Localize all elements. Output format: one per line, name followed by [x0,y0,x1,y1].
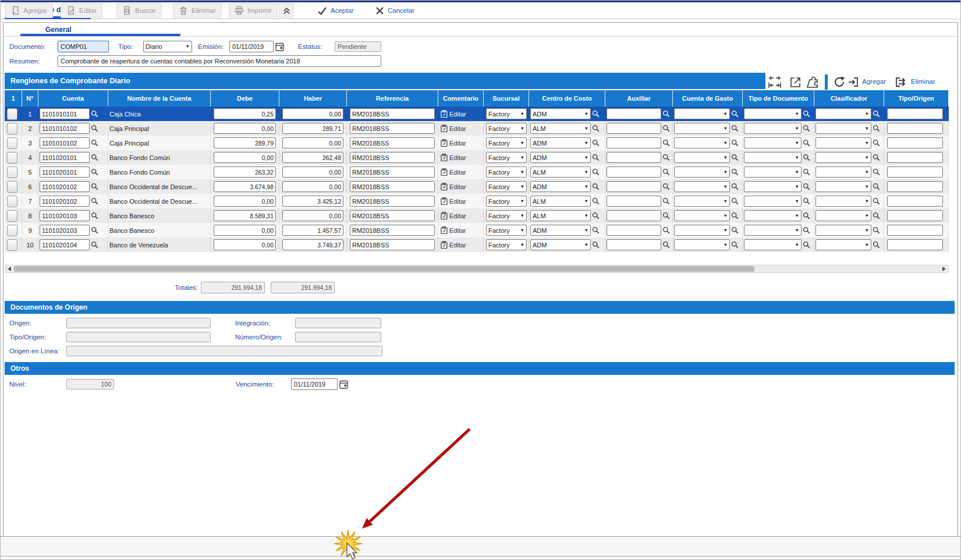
auxiliar-input[interactable] [607,123,661,134]
search-icon[interactable] [731,212,739,219]
vencimiento-input[interactable] [291,378,338,390]
grid-row[interactable]: 7Banco Occidental de Descue...EditarFact… [5,194,949,208]
search-icon[interactable] [731,241,739,249]
auxiliar-input[interactable] [607,239,661,250]
search-icon[interactable] [803,168,810,176]
clasificador-select[interactable]: ▼ [815,196,871,207]
search-icon[interactable] [731,139,739,147]
clasificador-select[interactable]: ▼ [815,225,871,236]
cuenta-input[interactable] [40,210,90,221]
grid-row[interactable]: 6Banco Occidental de Descue...EditarFact… [5,179,949,194]
tipo-documento-select[interactable]: ▼ [744,152,802,163]
search-icon[interactable] [592,154,600,161]
search-icon[interactable] [873,183,880,190]
search-icon[interactable] [662,197,670,205]
search-icon[interactable] [873,197,880,205]
emision-input[interactable] [229,41,274,52]
cuenta-input[interactable] [40,196,90,207]
row-select-button[interactable] [7,181,17,193]
debe-input[interactable] [214,166,276,178]
cuenta-input[interactable] [40,181,90,192]
search-icon[interactable] [592,212,600,219]
search-icon[interactable] [662,125,670,132]
search-icon[interactable] [873,110,880,118]
remove-row-icon[interactable] [895,76,907,88]
open-window-icon[interactable] [789,76,802,88]
row-select-button[interactable] [7,152,17,164]
search-icon[interactable] [803,183,810,190]
cuenta-gasto-select[interactable]: ▼ [674,166,730,178]
search-icon[interactable] [803,139,810,147]
search-icon[interactable] [592,241,600,249]
puzzle-icon[interactable] [807,75,821,89]
tipo-documento-select[interactable]: ▼ [744,108,802,119]
search-icon[interactable] [731,168,739,176]
haber-input[interactable] [282,210,343,221]
centro-costo-select[interactable]: ALM▼ [530,123,591,134]
row-select-button[interactable] [7,137,17,149]
haber-input[interactable] [282,239,343,250]
clasificador-select[interactable]: ▼ [815,137,871,148]
aceptar-button[interactable]: Aceptar [315,3,356,18]
tipo-documento-select[interactable]: ▼ [744,181,802,192]
tab-general[interactable]: General [45,26,72,34]
numero-origen-input[interactable] [295,332,381,342]
sucursal-select[interactable]: Factory▼ [486,123,527,134]
fit-columns-icon[interactable] [767,75,782,89]
cuenta-gasto-select[interactable]: ▼ [674,196,730,207]
grid-row[interactable]: 3Caja PrincipalEditarFactory▼ADM▼▼▼▼ [5,136,949,150]
centro-costo-select[interactable]: ALM▼ [530,196,591,207]
grid-eliminar-button[interactable]: Eliminar [911,78,935,85]
tipo-documento-select[interactable]: ▼ [744,210,802,221]
clasificador-select[interactable]: ▼ [815,166,871,178]
auxiliar-input[interactable] [607,152,661,163]
referencia-input[interactable] [350,108,435,119]
referencia-input[interactable] [350,210,435,221]
grid-agregar-button[interactable]: Agregar [862,78,886,85]
cuenta-input[interactable] [40,108,90,119]
tipo-documento-select[interactable]: ▼ [744,225,802,236]
debe-input[interactable] [214,137,276,148]
tipo-origen-input[interactable] [887,108,943,119]
editar-comentario-button[interactable]: Editar [438,223,484,238]
search-icon[interactable] [662,168,670,176]
sucursal-select[interactable]: Factory▼ [486,152,527,163]
search-icon[interactable] [873,139,880,147]
search-icon[interactable] [731,183,739,190]
search-icon[interactable] [803,154,810,161]
referencia-input[interactable] [350,123,435,134]
search-icon[interactable] [662,154,670,161]
tipo-documento-select[interactable]: ▼ [744,196,802,207]
debe-input[interactable] [214,152,276,163]
tipo-documento-select[interactable]: ▼ [744,239,802,250]
clasificador-select[interactable]: ▼ [815,239,871,250]
auxiliar-input[interactable] [607,196,661,207]
tipo-origen-input[interactable] [887,152,943,163]
search-icon[interactable] [91,154,98,161]
row-select-button[interactable] [7,196,17,207]
search-icon[interactable] [592,183,600,190]
cuenta-gasto-select[interactable]: ▼ [674,239,730,250]
centro-costo-select[interactable]: ADM▼ [530,225,591,236]
search-icon[interactable] [592,125,600,132]
row-select-button[interactable] [7,123,17,134]
row-select-button[interactable] [7,239,17,251]
haber-input[interactable] [282,123,343,134]
toolbar-editar-button[interactable]: Editar [61,3,102,18]
grid-horizontal-scrollbar[interactable] [5,265,949,273]
calendar-icon[interactable] [339,380,348,390]
auxiliar-input[interactable] [607,181,661,192]
centro-costo-select[interactable]: ALM▼ [530,210,591,221]
cuenta-gasto-select[interactable]: ▼ [674,123,730,134]
grid-row[interactable]: 8Banco BanescoEditarFactory▼ALM▼▼▼▼ [5,208,949,223]
editar-comentario-button[interactable]: Editar [438,165,484,179]
search-icon[interactable] [592,168,600,176]
tipo-origen-input[interactable] [887,137,943,148]
haber-input[interactable] [282,196,343,207]
debe-input[interactable] [214,239,276,250]
row-select-button[interactable] [7,166,17,178]
editar-comentario-button[interactable]: Editar [438,179,484,194]
search-icon[interactable] [873,125,880,132]
editar-comentario-button[interactable]: Editar [438,107,484,121]
editar-comentario-button[interactable]: Editar [438,136,484,150]
